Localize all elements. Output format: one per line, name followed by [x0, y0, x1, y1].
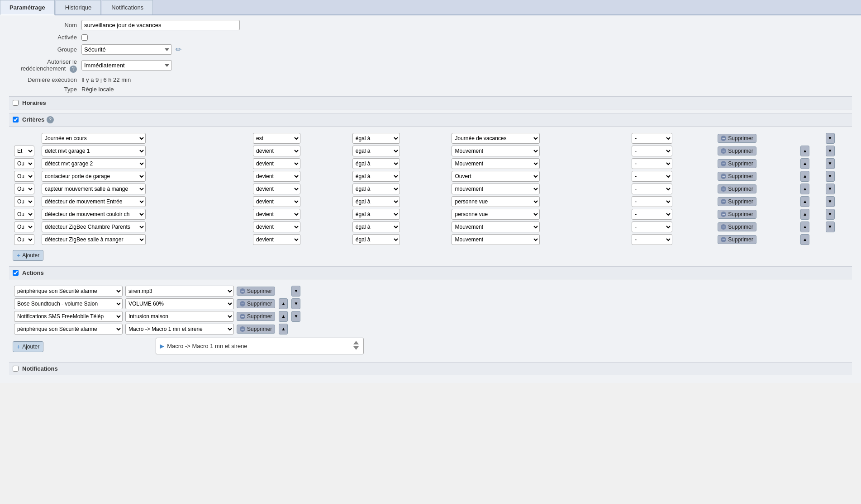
- extra-select-2[interactable]: -: [632, 158, 672, 169]
- operator-select-3[interactable]: devient: [253, 171, 300, 182]
- comparator-select-4[interactable]: égal à: [352, 184, 400, 194]
- value-select-6[interactable]: personne vue: [452, 209, 540, 220]
- extra-select-0[interactable]: -: [632, 133, 672, 144]
- value-select-7[interactable]: Mouvement: [452, 221, 540, 232]
- row-down-4[interactable]: ▼: [826, 184, 835, 194]
- extra-select-7[interactable]: -: [632, 221, 672, 232]
- remove-criteria-1[interactable]: − Supprimer: [718, 146, 756, 155]
- action-device-select-2[interactable]: Notifications SMS FreeMobile Télép: [14, 311, 123, 322]
- action-up-3[interactable]: ▲: [279, 324, 288, 334]
- actions-checkbox[interactable]: [13, 270, 19, 276]
- remove-criteria-4[interactable]: − Supprimer: [718, 184, 756, 193]
- device-select-3[interactable]: contacteur porte de garage: [42, 171, 146, 182]
- action-down-0[interactable]: ▼: [291, 286, 300, 297]
- operator-select-8[interactable]: devient: [253, 234, 300, 245]
- operator-select-7[interactable]: devient: [253, 221, 300, 232]
- row-down-6[interactable]: ▼: [826, 209, 835, 220]
- value-select-8[interactable]: Mouvement: [452, 234, 540, 245]
- remove-criteria-6[interactable]: − Supprimer: [718, 210, 756, 219]
- row-up-4[interactable]: ▲: [800, 184, 809, 194]
- criteres-checkbox[interactable]: [13, 117, 19, 122]
- connector-select-5[interactable]: Ou: [14, 196, 34, 207]
- connector-select-4[interactable]: Ou: [14, 184, 34, 194]
- action-device-select-1[interactable]: Bose Soundtouch - volume Salon: [14, 298, 123, 309]
- remove-action-2[interactable]: − Supprimer: [237, 312, 275, 321]
- comparator-select-2[interactable]: égal à: [352, 158, 400, 169]
- remove-criteria-2[interactable]: − Supprimer: [718, 159, 756, 168]
- action-up-2[interactable]: ▲: [279, 311, 288, 322]
- horaires-checkbox[interactable]: [13, 100, 19, 106]
- connector-select-3[interactable]: Ou: [14, 171, 34, 182]
- value-select-4[interactable]: mouvement: [452, 184, 540, 194]
- comparator-select-6[interactable]: égal à: [352, 209, 400, 220]
- device-select-4[interactable]: capteur mouvement salle à mange: [42, 184, 146, 194]
- device-select-1[interactable]: detct mvt garage 1: [42, 146, 146, 156]
- row-down-2[interactable]: ▼: [826, 158, 835, 169]
- action-device-select-3[interactable]: périphérique son Sécurité alarme: [14, 324, 123, 334]
- connector-select-7[interactable]: Ou: [14, 221, 34, 232]
- device-select-6[interactable]: détecteur de mouvement couloir ch: [42, 209, 146, 220]
- comparator-select-3[interactable]: égal à: [352, 171, 400, 182]
- groupe-select[interactable]: Sécurité: [81, 44, 172, 55]
- extra-select-4[interactable]: -: [632, 184, 672, 194]
- remove-action-3[interactable]: − Supprimer: [237, 325, 275, 334]
- extra-select-5[interactable]: -: [632, 196, 672, 207]
- operator-select-1[interactable]: devient: [253, 146, 300, 156]
- row-up-3[interactable]: ▲: [800, 171, 809, 182]
- dropdown-item[interactable]: ▶ Macro -> Macro 1 mn et sirene: [156, 338, 363, 354]
- action-down-2[interactable]: ▼: [291, 311, 300, 322]
- device-select-7[interactable]: détecteur ZigBee Chambre Parents: [42, 221, 146, 232]
- row-up-5[interactable]: ▲: [800, 196, 809, 207]
- row-up-2[interactable]: ▲: [800, 158, 809, 169]
- remove-action-1[interactable]: − Supprimer: [237, 299, 275, 308]
- connector-select-2[interactable]: Ou: [14, 158, 34, 169]
- nom-input[interactable]: [81, 20, 240, 30]
- value-select-1[interactable]: Mouvement: [452, 146, 540, 156]
- actions-add-button[interactable]: + Ajouter: [13, 341, 43, 352]
- comparator-select-8[interactable]: égal à: [352, 234, 400, 245]
- value-select-2[interactable]: Mouvement: [452, 158, 540, 169]
- action-up-1[interactable]: ▲: [279, 298, 288, 309]
- remove-criteria-5[interactable]: − Supprimer: [718, 197, 756, 206]
- criteres-help-icon[interactable]: ?: [47, 116, 54, 123]
- criteres-add-button[interactable]: + Ajouter: [13, 250, 43, 261]
- operator-select-4[interactable]: devient: [253, 184, 300, 194]
- row-up-6[interactable]: ▲: [800, 209, 809, 220]
- tab-historique[interactable]: Historique: [56, 0, 101, 14]
- action-value-select-2[interactable]: Intrusion maison: [125, 311, 234, 322]
- extra-select-8[interactable]: -: [632, 234, 672, 245]
- row-up-1[interactable]: ▲: [800, 146, 809, 156]
- operator-select-6[interactable]: devient: [253, 209, 300, 220]
- device-select-2[interactable]: détect mvt garage 2: [42, 158, 146, 169]
- action-value-select-3[interactable]: Macro -> Macro 1 mn et sirene: [125, 324, 234, 334]
- row-down-7[interactable]: ▼: [826, 221, 835, 232]
- comparator-select-7[interactable]: égal à: [352, 221, 400, 232]
- remove-action-0[interactable]: − Supprimer: [237, 287, 275, 296]
- autoriser-select[interactable]: Immédiatement: [81, 60, 172, 71]
- remove-criteria-8[interactable]: − Supprimer: [718, 235, 756, 244]
- row-down-5[interactable]: ▼: [826, 196, 835, 207]
- extra-select-3[interactable]: -: [632, 171, 672, 182]
- row-up-7[interactable]: ▲: [800, 221, 809, 232]
- operator-select-2[interactable]: devient: [253, 158, 300, 169]
- remove-criteria-0[interactable]: − Supprimer: [718, 134, 756, 143]
- connector-select-8[interactable]: Ou: [14, 234, 34, 245]
- extra-select-6[interactable]: -: [632, 209, 672, 220]
- row-up-8[interactable]: ▲: [800, 234, 809, 245]
- row-down-3[interactable]: ▼: [826, 171, 835, 182]
- notifications-checkbox[interactable]: [13, 366, 19, 372]
- operator-select-5[interactable]: devient: [253, 196, 300, 207]
- value-select-3[interactable]: Ouvert: [452, 171, 540, 182]
- value-select-5[interactable]: personne vue: [452, 196, 540, 207]
- value-select-0[interactable]: Journée de vacances: [452, 133, 540, 144]
- connector-select-1[interactable]: Et: [14, 146, 34, 156]
- action-value-select-1[interactable]: VOLUME 60%: [125, 298, 234, 309]
- redeclenchement-help-icon[interactable]: ?: [70, 66, 77, 73]
- groupe-edit-icon[interactable]: ✏: [176, 45, 181, 54]
- extra-select-1[interactable]: -: [632, 146, 672, 156]
- action-down-1[interactable]: ▼: [291, 298, 300, 309]
- connector-select-6[interactable]: Ou: [14, 209, 34, 220]
- action-device-select-0[interactable]: périphérique son Sécurité alarme: [14, 286, 123, 297]
- action-value-select-0[interactable]: siren.mp3: [125, 286, 234, 297]
- device-select-0[interactable]: Journée en cours: [42, 133, 146, 144]
